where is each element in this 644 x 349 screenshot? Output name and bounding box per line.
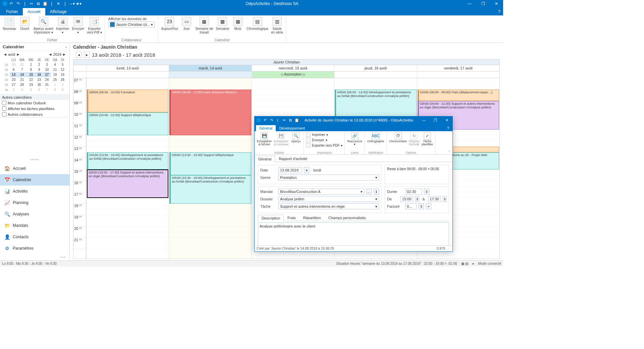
description-textarea[interactable]: Analyse préliminaire avec le client (258, 222, 449, 245)
collaborator-dropdown[interactable]: Jaunin Christian (d...▾ (108, 21, 155, 28)
paste-icon[interactable]: 📋 (294, 117, 300, 123)
help-icon[interactable]: ? (495, 8, 503, 15)
tab-description[interactable]: Description (258, 215, 284, 221)
redo-icon[interactable]: ↷ (15, 1, 21, 6)
holiday-event[interactable]: ◇ Assomption ◇ (252, 71, 334, 78)
close-button[interactable]: ✕ (441, 116, 452, 124)
mandat-select[interactable]: BricoMax/Construction A▾ (278, 189, 364, 195)
star-icon[interactable]: ★▾ (76, 1, 81, 6)
minimize-button[interactable]: — (418, 116, 430, 124)
save-close-button[interactable]: 💾Enregistrer & fermer (256, 132, 273, 147)
tasks-checkbox[interactable]: Afficher les tâches planifiées (0, 106, 69, 111)
week-button[interactable]: ▦Semaine (215, 16, 230, 31)
calendar-event[interactable]: 02h00 (08:00 - 10:00) Formation (87, 90, 168, 112)
resize-handle-icon[interactable]: ⋰ (447, 247, 450, 250)
redo-icon[interactable]: ↷ (269, 117, 274, 123)
day-column-tue[interactable]: 04h00 (08:00 - 12:00) Autre absence Méde… (169, 78, 251, 259)
genre-select[interactable]: Prestation▾ (278, 174, 379, 181)
cut-icon[interactable]: ✂ (29, 1, 34, 6)
spell-button[interactable]: ABCOrthographe (366, 132, 385, 143)
batch-button[interactable]: ▥Saisie en série (270, 16, 284, 35)
calendar-event[interactable]: 04h00 (08:00 - 12:00) Autre absence Méde… (169, 90, 251, 135)
to-input[interactable]: 17:30 (428, 196, 441, 202)
repeat-button[interactable]: ↻Répéter l'activité (408, 132, 421, 147)
nav-planning[interactable]: 📈Planning (0, 197, 69, 208)
nav-contacts[interactable]: 👤Contacts (0, 231, 69, 243)
duration-spinner[interactable]: ⇕ (424, 189, 429, 195)
tab-custom-fields[interactable]: Champs personnalisés (325, 214, 370, 221)
tab-view[interactable]: Affichage (45, 8, 71, 15)
shortcuts-button[interactable]: 🔗Raccourcis ▾ (346, 132, 363, 147)
month-button[interactable]: ▦Mois (230, 16, 245, 31)
billed-input[interactable]: 0... (405, 203, 417, 209)
export-pdf-button[interactable]: 📑Exporter vers Pdf ▾ (86, 16, 103, 35)
minimize-button[interactable]: — (463, 0, 476, 7)
calendar-event[interactable]: 02h00 (13:30 - 15:30) Support téléphoniq… (169, 152, 251, 175)
day-column-mon[interactable]: 02h00 (08:00 - 10:00) Formation02h00 (10… (86, 78, 169, 259)
paste-icon[interactable]: 📋 (42, 1, 48, 6)
cut-icon[interactable]: ✂ (281, 117, 287, 123)
ribbon-collapse-icon[interactable]: ⌃ (448, 150, 450, 154)
nav-home[interactable]: 🏠Accueil (0, 163, 69, 174)
nav-analyses[interactable]: 🔍Analyses (0, 208, 69, 220)
tab-file[interactable]: Fichier (1, 8, 23, 15)
dialog-tab-dev[interactable]: Développement (276, 125, 308, 131)
dossier-select[interactable]: Analyse prélim▾ (278, 196, 379, 202)
subtab-general[interactable]: Général (255, 156, 275, 162)
mandat-info-icon[interactable]: ℹ (374, 189, 379, 195)
mandat-browse-icon[interactable]: … (366, 189, 372, 195)
preview-button[interactable]: 🔍Aperçu (289, 132, 302, 143)
new-button[interactable]: 📄Nouveau (1, 16, 17, 31)
collabs-checkbox[interactable]: Autres collaborateurs (0, 111, 69, 117)
maximize-button[interactable]: ❐ (476, 0, 490, 7)
timeline-button[interactable]: ▤Chronologique (245, 16, 270, 31)
undo-icon[interactable]: ↶ (9, 1, 14, 6)
close-icon[interactable]: ✕ (56, 1, 61, 6)
calendar-event[interactable]: 01h00 (08:00 - 09:00) Frais (déplacement… (418, 90, 499, 101)
day-header[interactable]: mardi, 14 août (169, 65, 251, 71)
print-button[interactable]: 🖨Imprimer ▾ (55, 16, 70, 35)
day-header[interactable]: vendredi, 17 août (417, 65, 499, 71)
send-button[interactable]: Envoyer ▾ (305, 137, 328, 143)
send-button[interactable]: ✉Envoyer ▾ (70, 16, 86, 35)
sidebar-collapse-icon[interactable]: ‹ (65, 45, 67, 49)
mini-calendar-table[interactable]: LUMAMEJEVESADI31303112345326789101112331… (3, 58, 66, 92)
more-icon[interactable]: ••• (0, 254, 69, 260)
planned-task-button[interactable]: ✓Tâche planifiée (421, 132, 434, 147)
day-header[interactable]: jeudi, 16 août (334, 65, 417, 71)
dialog-tab-general[interactable]: Général (256, 125, 276, 131)
view-switch-icon[interactable]: ▦ ▤ (461, 262, 468, 265)
add-button[interactable]: + (426, 203, 431, 209)
tab-frais[interactable]: Frais (284, 214, 299, 221)
day-header[interactable]: mercredi, 15 août (252, 65, 334, 71)
globe-icon[interactable]: 🌐 (2, 1, 7, 6)
maximize-button[interactable]: ❐ (430, 116, 441, 124)
undo-icon[interactable]: ↶ (262, 117, 268, 123)
outlook-checkbox[interactable]: Mon calendrier Outlook (0, 100, 69, 106)
copy-icon[interactable]: ⧉ (36, 1, 41, 6)
copy-icon[interactable]: ⧉ (288, 117, 293, 123)
chrono-button[interactable]: ⏱Chronomètre (388, 132, 408, 143)
day-header[interactable]: lundi, 13 août (86, 65, 169, 71)
nav-params[interactable]: ⚙Paramètres (0, 243, 69, 254)
preview-button[interactable]: 🔍Aperçu avant impression ▾ (32, 16, 55, 35)
nav-activities[interactable]: 📊Activités (0, 186, 69, 197)
save-new-button[interactable]: 💾Enregistrer & nouveau (273, 132, 289, 147)
close-button[interactable]: ✕ (490, 0, 503, 7)
prev-year-icon[interactable]: ◄ 2018 ► (49, 52, 66, 56)
date-input[interactable]: 13.08.2018 (278, 167, 302, 173)
nav-calendar[interactable]: 📅Calendrier (0, 174, 69, 186)
tache-select[interactable]: Support et autres interventions en régie… (278, 203, 379, 209)
prev-week-button[interactable]: ◄ (76, 52, 82, 58)
workweek-button[interactable]: ▦Semaine de travail (194, 16, 214, 35)
open-button[interactable]: 📂Ouvrir (17, 16, 32, 31)
calendar-event[interactable]: 02h30 (15:30 - 18:00) Développement et p… (169, 175, 251, 204)
prev-month-icon[interactable]: ◄ août ► (3, 52, 20, 56)
print-button[interactable]: Imprimer ▾ (305, 132, 329, 137)
from-input[interactable]: 15:00 (400, 196, 413, 202)
today-button[interactable]: 23Aujourd'hui (160, 16, 179, 31)
next-week-button[interactable]: ► (84, 52, 90, 58)
tab-repartition[interactable]: Répartition (299, 214, 324, 221)
day-button[interactable]: ▭Jour (179, 16, 194, 31)
globe-icon[interactable]: 🌐 (256, 117, 261, 123)
